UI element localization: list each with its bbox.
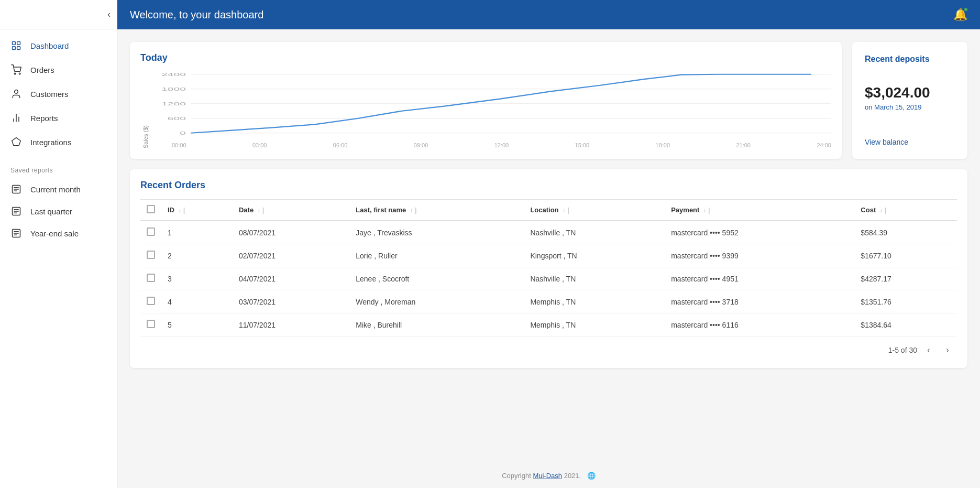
row-check-cell — [140, 290, 161, 313]
svg-rect-3 — [17, 47, 20, 50]
row-payment: mastercard •••• 9399 — [665, 244, 854, 267]
sidebar-collapse-button[interactable]: ‹ — [107, 9, 111, 20]
sidebar-item-customers[interactable]: Customers — [0, 82, 117, 106]
orders-table: ID ↕| Date ↕| Last, first name ↕| Locati… — [140, 199, 957, 337]
sidebar-item-reports[interactable]: Reports — [0, 106, 117, 130]
row-payment: mastercard •••• 6116 — [665, 313, 854, 337]
diamond-icon — [10, 136, 22, 148]
col-header-payment[interactable]: Payment ↕| — [665, 200, 854, 221]
row-name: Lenee , Scocroft — [349, 267, 524, 290]
col-header-date[interactable]: Date ↕| — [233, 200, 349, 221]
row-date: 11/07/2021 — [233, 313, 349, 337]
table-row: 2 02/07/2021 Lorie , Ruller Kingsport , … — [140, 244, 957, 267]
svg-text:0: 0 — [180, 130, 186, 136]
svg-text:600: 600 — [168, 115, 186, 121]
sidebar-top: ‹ — [0, 0, 117, 29]
col-header-location[interactable]: Location ↕| — [524, 200, 665, 221]
row-id: 1 — [161, 221, 233, 244]
table-row: 3 04/07/2021 Lenee , Scocroft Nashville … — [140, 267, 957, 290]
row-payment: mastercard •••• 5952 — [665, 221, 854, 244]
sidebar-item-integrations-label: Integrations — [30, 138, 71, 147]
row-checkbox[interactable] — [147, 227, 155, 236]
main-area: Welcome, to your dashboard 🔔 Today Sales… — [117, 0, 980, 488]
orders-title: Recent Orders — [140, 180, 957, 191]
row-id: 5 — [161, 313, 233, 337]
pagination-next-button[interactable]: › — [940, 343, 955, 357]
header-checkbox[interactable] — [147, 205, 155, 213]
row-location: Memphis , TN — [524, 290, 665, 313]
row-name: Wendy , Moreman — [349, 290, 524, 313]
bar-chart-icon — [10, 112, 22, 124]
row-check-cell — [140, 313, 161, 337]
col-header-check — [140, 200, 161, 221]
grid-icon — [10, 40, 22, 51]
chart-title: Today — [140, 52, 831, 63]
row-location: Nashville , TN — [524, 267, 665, 290]
sidebar-item-year-end-sale[interactable]: Year-end sale — [0, 222, 117, 244]
row-cost: $4287.17 — [854, 267, 957, 290]
svg-point-5 — [19, 73, 20, 74]
row-checkbox[interactable] — [147, 251, 155, 259]
row-cost: $1677.10 — [854, 244, 957, 267]
row-date: 02/07/2021 — [233, 244, 349, 267]
row-date: 03/07/2021 — [233, 290, 349, 313]
row-id: 3 — [161, 267, 233, 290]
pagination: 1-5 of 30 ‹ › — [140, 337, 957, 357]
svg-rect-1 — [17, 42, 20, 45]
row-cost: $1351.76 — [854, 290, 957, 313]
content-area: Today Sales ($) — [117, 29, 980, 463]
table-row: 4 03/07/2021 Wendy , Moreman Memphis , T… — [140, 290, 957, 313]
row-checkbox[interactable] — [147, 297, 155, 305]
col-header-name[interactable]: Last, first name ↕| — [349, 200, 524, 221]
cart-icon — [10, 64, 22, 75]
footer-brand-link[interactable]: Mui-Dash — [533, 472, 562, 480]
svg-marker-10 — [12, 138, 21, 146]
notification-bell[interactable]: 🔔 — [953, 8, 967, 21]
header: Welcome, to your dashboard 🔔 — [117, 0, 980, 29]
saved-item-last-quarter-label: Last quarter — [30, 207, 72, 216]
content-top-row: Today Sales ($) — [130, 42, 967, 159]
today-chart-card: Today Sales ($) — [130, 42, 842, 159]
col-header-cost[interactable]: Cost ↕| — [854, 200, 957, 221]
row-check-cell — [140, 244, 161, 267]
deposits-date: on March 15, 2019 — [865, 103, 955, 111]
row-payment: mastercard •••• 4951 — [665, 267, 854, 290]
row-name: Mike , Burehill — [349, 313, 524, 337]
deposits-card: Recent deposits $3,024.00 on March 15, 2… — [852, 42, 967, 159]
row-id: 2 — [161, 244, 233, 267]
svg-text:2400: 2400 — [161, 71, 186, 77]
orders-table-body: 1 08/07/2021 Jaye , Trevaskiss Nashville… — [140, 221, 957, 337]
svg-text:1200: 1200 — [161, 101, 186, 106]
sidebar-item-orders-label: Orders — [30, 66, 54, 74]
report-icon-last-quarter — [10, 205, 22, 217]
row-checkbox[interactable] — [147, 320, 155, 328]
footer-copyright-text: Copyright — [502, 472, 533, 480]
sidebar-item-customers-label: Customers — [30, 90, 69, 99]
view-balance-link[interactable]: View balance — [865, 138, 955, 146]
footer: Copyright Mui-Dash 2021. 🌐 — [117, 463, 980, 488]
svg-rect-2 — [13, 47, 16, 50]
row-location: Memphis , TN — [524, 313, 665, 337]
row-id: 4 — [161, 290, 233, 313]
report-icon-year-end — [10, 227, 22, 239]
col-header-id[interactable]: ID ↕| — [161, 200, 233, 221]
sidebar-item-current-month[interactable]: Current month — [0, 178, 117, 200]
sidebar-item-integrations[interactable]: Integrations — [0, 130, 117, 154]
sidebar-item-last-quarter[interactable]: Last quarter — [0, 200, 117, 222]
pagination-prev-button[interactable]: ‹ — [921, 343, 936, 357]
row-date: 04/07/2021 — [233, 267, 349, 290]
pagination-info: 1-5 of 30 — [888, 346, 917, 354]
sidebar-item-dashboard[interactable]: Dashboard — [0, 34, 117, 58]
row-checkbox[interactable] — [147, 274, 155, 282]
row-location: Kingsport , TN — [524, 244, 665, 267]
person-icon — [10, 88, 22, 100]
saved-reports-label: Saved reports — [0, 158, 117, 178]
table-header-row: ID ↕| Date ↕| Last, first name ↕| Locati… — [140, 200, 957, 221]
row-location: Nashville , TN — [524, 221, 665, 244]
sidebar-item-orders[interactable]: Orders — [0, 58, 117, 82]
sidebar: ‹ Dashboard — [0, 0, 117, 488]
nav-items: Dashboard Orders — [0, 29, 117, 158]
row-payment: mastercard •••• 3718 — [665, 290, 854, 313]
y-axis-label: Sales ($) — [140, 70, 149, 148]
deposits-title: Recent deposits — [865, 55, 955, 64]
